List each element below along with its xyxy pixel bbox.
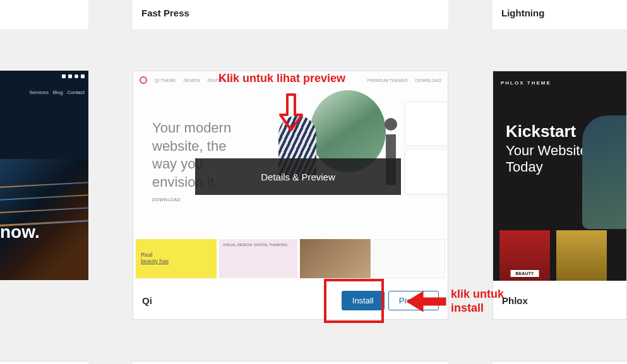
- hero-copy: Kickstart Your Website Today: [506, 122, 588, 175]
- hero-line: Your Website: [506, 143, 588, 159]
- install-button[interactable]: Install: [342, 291, 385, 310]
- tile-photo: [300, 239, 371, 278]
- theme-thumbnail[interactable]: PHLOX THEME Kickstart Your Website Today…: [493, 71, 626, 281]
- hero-line: website, the: [152, 138, 231, 156]
- mini-card: [405, 150, 448, 194]
- mini-cards: [405, 102, 448, 197]
- annotation-install-text: klik untuk install: [451, 288, 504, 315]
- tile-red: BEAUTY: [499, 230, 550, 281]
- social-icon: [75, 74, 78, 78]
- theme-title: Lightning: [501, 8, 544, 18]
- annotation-preview-text: Klik untuk lihat preview: [218, 72, 345, 85]
- theme-card-phlox[interactable]: PHLOX THEME Kickstart Your Website Today…: [493, 71, 627, 320]
- theme-name-fastpress: Fast Press: [133, 0, 448, 29]
- person-photo: [582, 115, 626, 229]
- theme-card-footer: Qi Install Preview: [133, 281, 448, 320]
- mini-card: [405, 102, 448, 146]
- theme-card-partial: [133, 361, 448, 364]
- tile-badge: BEAUTY: [511, 270, 539, 277]
- annotation-line: install: [451, 302, 504, 315]
- brand-label: PHLOX THEME: [501, 80, 551, 86]
- theme-title: Qi: [142, 295, 152, 306]
- bottom-tiles: BEAUTY: [499, 230, 626, 281]
- theme-card-footer: Phlox: [493, 281, 626, 320]
- tile-yellow: Real beauty has: [136, 239, 217, 278]
- overlay-label: Details & Preview: [261, 172, 335, 182]
- hero-line: Today: [506, 159, 588, 175]
- tile-text-line: beauty has: [141, 258, 212, 264]
- nav-item: DEMOS: [184, 78, 200, 83]
- theme-title: Phlox: [502, 295, 528, 306]
- theme-title: Fast Press: [141, 8, 189, 18]
- nav-item: DOWNLOAD: [415, 78, 441, 83]
- tile-gold: [556, 230, 607, 281]
- annotation-arrow-down-icon: [278, 93, 303, 131]
- theme-name-lightning: Lightning: [493, 0, 627, 29]
- annotation-line: klik untuk: [451, 288, 504, 302]
- nav-item: Services: [29, 90, 49, 95]
- nav-item: PREMIUM THEMES: [367, 78, 408, 83]
- nav-item: QI THEME: [155, 78, 176, 83]
- hero-line: Your modern: [152, 119, 231, 138]
- hero-text: now.: [0, 222, 40, 242]
- social-icon: [81, 74, 85, 78]
- logo-icon: [140, 76, 147, 84]
- details-preview-overlay[interactable]: Details & Preview: [195, 158, 401, 195]
- download-label: DOWNLOAD: [152, 197, 181, 202]
- tile-doc: [373, 239, 445, 278]
- hero-line: Kickstart: [506, 122, 588, 141]
- theme-card-partial-left[interactable]: Services Blog Contact now.: [0, 71, 88, 280]
- tile-text: VISUAL DESIGN. DIGITAL THINKING.: [219, 239, 297, 278]
- bottom-tiles: Real beauty has VISUAL DESIGN. DIGITAL T…: [133, 237, 448, 281]
- background-photo: [0, 159, 88, 280]
- tile-text-line: Real: [141, 252, 212, 258]
- theme-card-partial-topleft: [0, 0, 88, 29]
- theme-card-partial: [493, 361, 627, 364]
- social-icon: [68, 74, 72, 78]
- annotation-arrow-left-icon: [404, 289, 448, 317]
- left-theme-nav: Services Blog Contact: [29, 90, 85, 95]
- nav-item: Contact: [67, 90, 85, 95]
- theme-card-partial: [0, 361, 88, 364]
- nav-item: Blog: [53, 90, 63, 95]
- social-icon: [62, 74, 66, 78]
